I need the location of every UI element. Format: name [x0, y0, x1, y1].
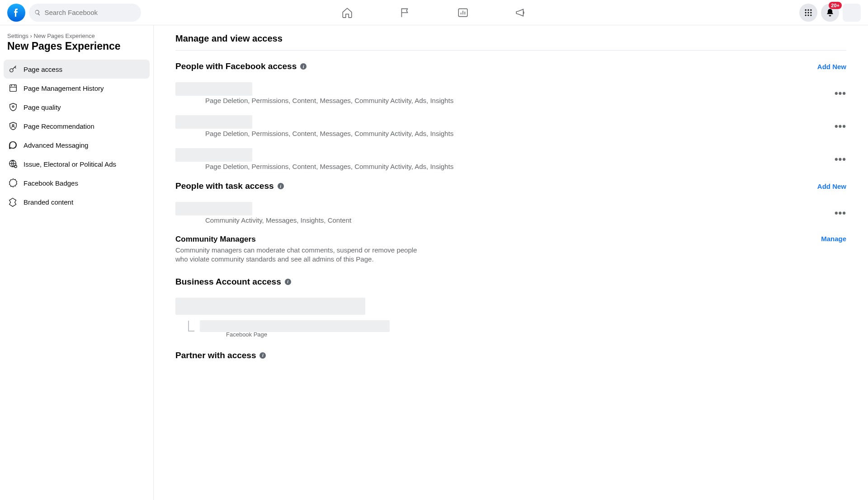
sidebar-item-label: Facebook Badges: [24, 179, 78, 187]
divider: [175, 50, 846, 51]
person-row: Page Deletion, Permissions, Content, Mes…: [175, 82, 846, 104]
svg-point-1: [805, 9, 807, 10]
sidebar-item-label: Page access: [24, 65, 62, 73]
redacted-page-name: [200, 320, 390, 332]
sidebar-item-badges[interactable]: Facebook Badges: [4, 173, 150, 192]
add-new-task-access[interactable]: Add New: [817, 182, 846, 190]
person-row: Page Deletion, Permissions, Content, Mes…: [175, 115, 846, 137]
notifications-badge: 20+: [829, 2, 842, 9]
info-icon[interactable]: i: [278, 183, 284, 189]
page-title: New Pages Experience: [4, 40, 150, 52]
sidebar-item-label: Issue, Electoral or Political Ads: [24, 160, 116, 168]
add-new-facebook-access[interactable]: Add New: [817, 63, 846, 70]
home-icon: [341, 7, 353, 19]
svg-point-7: [805, 14, 807, 16]
main-title: Manage and view access: [175, 33, 846, 44]
tag-icon: [8, 197, 18, 207]
svg-point-8: [807, 14, 809, 16]
svg-point-9: [810, 14, 811, 16]
apps-menu-button[interactable]: [799, 4, 817, 22]
megaphone-icon: [515, 7, 527, 19]
sidebar-item-label: Advanced Messaging: [24, 141, 88, 149]
redacted-name: [175, 202, 252, 215]
redacted-name: [175, 148, 252, 162]
sidebar-item-page-access[interactable]: Page access: [4, 60, 150, 79]
more-button[interactable]: •••: [835, 121, 846, 132]
nav-pages[interactable]: [399, 6, 411, 19]
chart-icon: [457, 7, 469, 19]
facebook-logo[interactable]: [7, 4, 25, 22]
permissions-text: Page Deletion, Permissions, Content, Mes…: [175, 97, 835, 104]
tree-connector: [188, 321, 194, 332]
person-row: Community Activity, Messages, Insights, …: [175, 202, 846, 224]
bell-icon: [826, 8, 835, 17]
manage-community-managers[interactable]: Manage: [821, 235, 846, 243]
sidebar-item-label: Page Recommendation: [24, 122, 94, 130]
sidebar-item-management-history[interactable]: Page Management History: [4, 79, 150, 98]
redacted-name: [175, 82, 252, 96]
info-icon[interactable]: i: [300, 63, 307, 70]
key-icon: [8, 64, 18, 74]
sidebar-item-label: Page quality: [24, 103, 61, 111]
svg-point-5: [807, 12, 809, 13]
section-title-facebook-access: People with Facebook access: [175, 61, 297, 71]
svg-point-6: [810, 12, 811, 13]
star-badge-icon: [8, 178, 18, 188]
grid-icon: [804, 8, 813, 17]
svg-point-12: [12, 106, 14, 107]
redacted-business-account: [175, 298, 365, 315]
chat-icon: [8, 140, 18, 150]
svg-rect-11: [10, 85, 17, 92]
sidebar-item-advanced-messaging[interactable]: Advanced Messaging: [4, 136, 150, 154]
community-managers-desc: Community managers can moderate chat com…: [175, 246, 420, 264]
info-icon[interactable]: i: [285, 279, 291, 285]
section-title-business-access: Business Account access: [175, 277, 281, 287]
search-input[interactable]: [44, 9, 136, 16]
section-title-task-access: People with task access: [175, 181, 274, 191]
more-button[interactable]: •••: [835, 154, 846, 165]
svg-point-10: [10, 69, 13, 72]
sidebar-item-recommendation[interactable]: Page Recommendation: [4, 117, 150, 136]
info-icon[interactable]: i: [259, 352, 266, 359]
permissions-text: Community Activity, Messages, Insights, …: [175, 216, 835, 224]
business-page-label: Facebook Page: [200, 331, 390, 338]
svg-point-3: [810, 9, 811, 10]
breadcrumb: Settings › New Pages Experience: [4, 33, 150, 39]
globe-gear-icon: [8, 159, 18, 169]
notifications-button[interactable]: 20+: [821, 4, 839, 22]
svg-point-4: [805, 12, 807, 13]
account-avatar[interactable]: [843, 4, 861, 22]
search-icon: [34, 9, 41, 16]
history-icon: [8, 83, 18, 93]
permissions-text: Page Deletion, Permissions, Content, Mes…: [175, 163, 835, 170]
person-row: Page Deletion, Permissions, Content, Mes…: [175, 148, 846, 170]
search-box[interactable]: [29, 4, 141, 22]
section-title-partner-access: Partner with access: [175, 350, 256, 360]
shield-person-icon: [8, 121, 18, 131]
permissions-text: Page Deletion, Permissions, Content, Mes…: [175, 130, 835, 137]
nav-ads[interactable]: [514, 6, 527, 19]
flag-icon: [399, 7, 411, 19]
sidebar-item-label: Page Management History: [24, 84, 104, 92]
svg-point-2: [807, 9, 809, 10]
sidebar-item-political-ads[interactable]: Issue, Electoral or Political Ads: [4, 154, 150, 173]
svg-point-13: [12, 124, 14, 126]
community-managers-title: Community Managers: [175, 235, 420, 244]
more-button[interactable]: •••: [835, 207, 846, 219]
sidebar-item-label: Branded content: [24, 198, 73, 206]
sidebar-item-page-quality[interactable]: Page quality: [4, 98, 150, 117]
redacted-name: [175, 115, 252, 129]
sidebar-item-branded-content[interactable]: Branded content: [4, 192, 150, 211]
more-button[interactable]: •••: [835, 88, 846, 99]
shield-icon: [8, 102, 18, 112]
nav-home[interactable]: [341, 6, 354, 19]
nav-insights[interactable]: [457, 6, 469, 19]
